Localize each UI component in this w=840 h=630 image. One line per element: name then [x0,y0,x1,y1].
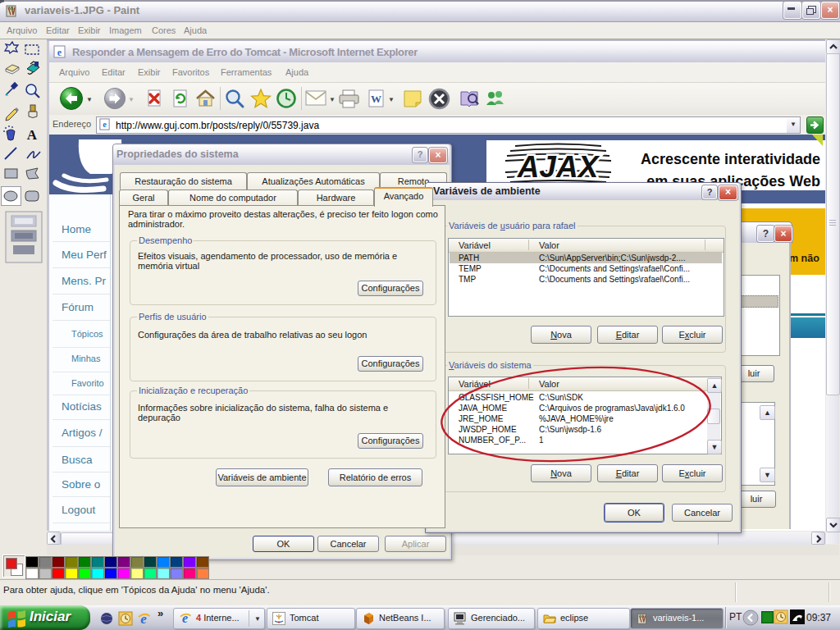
svg-text:e: e [103,120,107,129]
svg-text:e: e [57,47,62,58]
svg-text:A: A [27,127,38,143]
svg-text:W: W [371,93,381,105]
